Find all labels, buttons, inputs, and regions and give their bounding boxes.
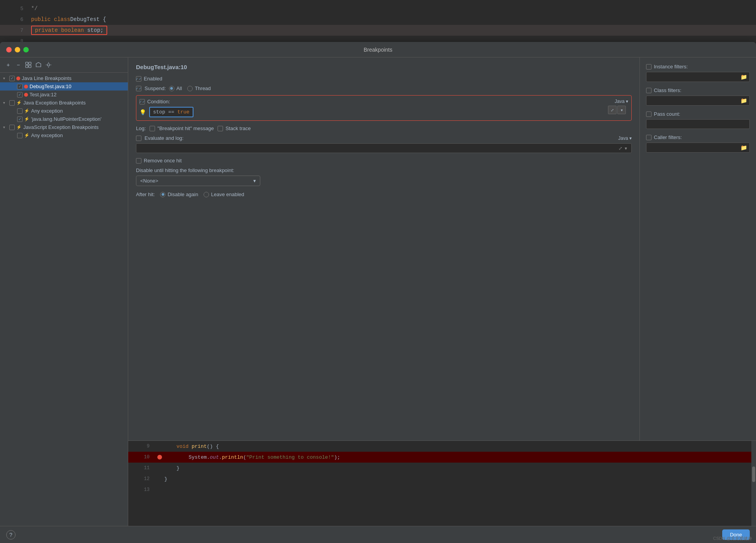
class-filter-label: Class filters:: [646, 87, 750, 93]
class-filter-input[interactable]: [649, 98, 740, 104]
java-exception-group-item[interactable]: ▾ ⚡ Java Exception Breakpoints: [0, 99, 128, 107]
class-filter-input-row: 📁: [646, 96, 750, 106]
condition-dropdown-button[interactable]: ▾: [617, 106, 626, 114]
eval-input-row[interactable]: ⤢ ▾: [136, 143, 632, 153]
nullpointer-label: 'java.lang.NullPointerException': [31, 116, 101, 122]
eval-expand-button[interactable]: ⤢: [617, 146, 624, 151]
settings-panel: DebugTest.java:10 ✓ Enabled ✓ Suspend:: [128, 57, 639, 440]
disable-label: Disable until hitting the following brea…: [136, 167, 632, 173]
class-filter-checkbox[interactable]: [646, 88, 651, 93]
add-breakpoint-button[interactable]: +: [4, 61, 12, 69]
bg-line-6: 6 public class DebugTest {: [0, 14, 756, 25]
any-exception-java-checkbox[interactable]: [17, 108, 23, 114]
eval-checkbox[interactable]: [136, 136, 141, 141]
any-exception-js-label: Any exception: [31, 132, 63, 138]
java-line-group-item[interactable]: ▾ ✓ Java Line Breakpoints: [0, 74, 128, 82]
instance-filter-label: Instance filters:: [646, 64, 750, 70]
java-exception-arrow: ▾: [3, 101, 9, 105]
java-exception-lightning: ⚡: [16, 100, 22, 105]
disable-select-value: <None>: [140, 178, 158, 184]
svg-rect-0: [26, 62, 28, 64]
log-message-checkbox[interactable]: [150, 126, 155, 131]
js-exception-group-checkbox[interactable]: [9, 125, 15, 130]
nullpointer-checkbox[interactable]: ✓: [17, 117, 23, 122]
test-12-dot: [24, 93, 28, 97]
breakpoints-dialog: Breakpoints + −: [0, 42, 756, 543]
minimize-button[interactable]: [15, 47, 20, 52]
suspend-all-label[interactable]: All: [169, 85, 182, 91]
suspend-checkbox[interactable]: ✓: [136, 86, 141, 91]
pass-count-group: Pass count:: [646, 111, 750, 129]
java-line-group-checkbox[interactable]: ✓: [9, 76, 15, 81]
log-message-label: "Breakpoint hit" message: [157, 125, 214, 131]
instance-filter-checkbox[interactable]: [646, 64, 651, 70]
condition-header: ✓ Condition:: [139, 99, 628, 104]
title-bar: Breakpoints: [0, 42, 756, 57]
any-exception-java-item[interactable]: ⚡ Any exception: [0, 107, 128, 115]
suspend-thread-label[interactable]: Thread: [187, 85, 211, 91]
enabled-check-label[interactable]: ✓ Enabled: [136, 76, 162, 82]
caller-filter-folder-button[interactable]: 📁: [740, 144, 747, 151]
code-line-11: 11 }: [128, 463, 756, 473]
after-hit-label: After hit:: [136, 191, 155, 197]
nullpointer-item[interactable]: ✓ ⚡ 'java.lang.NullPointerException': [0, 115, 128, 123]
code-scrollbar-thumb[interactable]: [752, 466, 755, 482]
pass-count-input[interactable]: [649, 121, 747, 127]
enabled-row: ✓ Enabled: [136, 76, 632, 82]
settings-button[interactable]: [44, 61, 53, 69]
caller-filter-checkbox[interactable]: [646, 135, 651, 140]
suspend-all-radio[interactable]: [169, 86, 174, 91]
instance-filter-input-row: 📁: [646, 72, 750, 82]
condition-checkbox[interactable]: ✓: [139, 99, 145, 104]
right-top: DebugTest.java:10 ✓ Enabled ✓ Suspend:: [128, 57, 756, 440]
js-exception-group-item[interactable]: ▾ ⚡ JavaScript Exception Breakpoints: [0, 123, 128, 131]
eval-java-label: Java ▾: [618, 136, 632, 141]
after-leave-label[interactable]: Leave enabled: [204, 191, 244, 197]
enabled-checkbox[interactable]: ✓: [136, 76, 141, 82]
maximize-button[interactable]: [23, 47, 29, 52]
any-exception-js-item[interactable]: ⚡ Any exception: [0, 131, 128, 139]
instance-filter-folder-button[interactable]: 📁: [740, 74, 747, 80]
watermark: CSDN @充充爱健身: [713, 536, 752, 541]
test-12-checkbox[interactable]: ✓: [17, 92, 23, 97]
class-filter-group: Class filters: 📁: [646, 87, 750, 106]
any-exception-js-checkbox[interactable]: [17, 133, 23, 138]
caller-filter-input[interactable]: [649, 145, 740, 151]
code-scrollbar[interactable]: [751, 441, 756, 526]
remove-breakpoint-button[interactable]: −: [14, 61, 23, 69]
test-12-item[interactable]: ✓ Test.java:12: [0, 90, 128, 99]
pass-count-checkbox[interactable]: [646, 111, 651, 117]
eval-dropdown-button[interactable]: ▾: [624, 146, 628, 151]
remove-once-checkbox[interactable]: [136, 158, 141, 164]
java-exception-group-checkbox[interactable]: [9, 100, 15, 106]
after-disable-label[interactable]: Disable again: [160, 191, 198, 197]
test-12-label: Test.java:12: [30, 92, 56, 97]
class-filter-folder-button[interactable]: 📁: [740, 97, 747, 104]
caller-filter-text: Caller filters:: [654, 134, 682, 140]
suspend-thread-radio[interactable]: [187, 86, 193, 91]
help-button[interactable]: ?: [6, 530, 16, 540]
after-disable-radio[interactable]: [160, 192, 165, 197]
group-breakpoints-button[interactable]: [24, 61, 33, 69]
log-stack-check[interactable]: Stack trace: [218, 125, 251, 131]
log-message-check[interactable]: "Breakpoint hit" message: [150, 125, 214, 131]
close-button[interactable]: [6, 47, 12, 52]
condition-code-display[interactable]: stop == true: [149, 107, 193, 117]
instance-filter-input[interactable]: [649, 74, 740, 80]
debugtest-10-checkbox[interactable]: ✓: [17, 84, 23, 89]
remove-once-check[interactable]: Remove once hit: [136, 158, 182, 164]
condition-java-button[interactable]: Java ▾: [615, 99, 628, 104]
bg-line-7: 7 private boolean stop;: [0, 25, 756, 36]
log-stack-checkbox[interactable]: [218, 126, 223, 131]
debugtest-10-item[interactable]: ✓ DebugTest.java:10: [0, 82, 128, 90]
eval-input-field[interactable]: [139, 145, 617, 151]
remove-once-label: Remove once hit: [144, 158, 182, 164]
export-breakpoints-button[interactable]: [34, 61, 43, 69]
disable-select[interactable]: <None> ▾: [136, 176, 260, 186]
suspend-all-text: All: [176, 85, 182, 91]
disable-select-arrow: ▾: [253, 178, 256, 184]
condition-expand-button[interactable]: ⤢: [608, 106, 617, 114]
after-leave-radio[interactable]: [204, 192, 209, 197]
breakpoints-tree[interactable]: ▾ ✓ Java Line Breakpoints ✓ DebugTest.ja…: [0, 73, 128, 526]
condition-label: Condition:: [147, 99, 170, 104]
